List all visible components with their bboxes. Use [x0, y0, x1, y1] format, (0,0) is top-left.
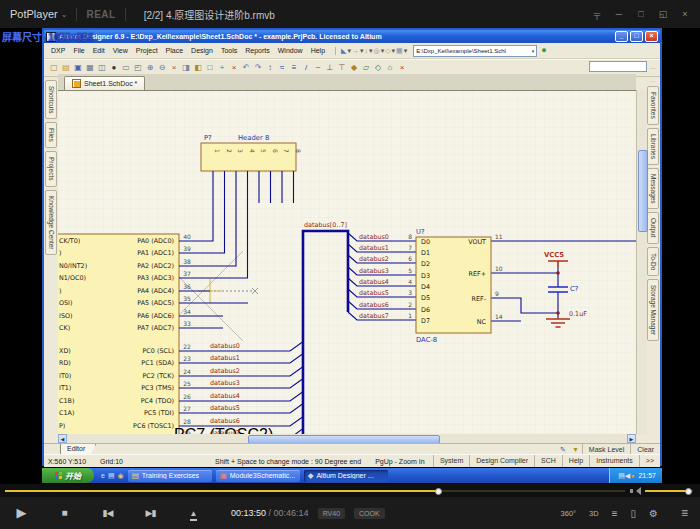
window-control-icon[interactable]: □	[630, 0, 652, 28]
left-panel-tab[interactable]: Shortcuts	[45, 80, 57, 119]
window-control-icon[interactable]: ◱	[652, 0, 674, 28]
menu-icon[interactable]: ≡	[681, 506, 688, 520]
vscroll-thumb[interactable]	[638, 150, 648, 232]
menu-item[interactable]: File	[69, 47, 88, 54]
altium-window-control-icon[interactable]: □	[630, 31, 643, 42]
volume-knob[interactable]	[685, 488, 692, 495]
toolbar-icon[interactable]: ~	[312, 62, 324, 74]
right-panel-tab[interactable]: Output	[647, 212, 659, 244]
chevron-down-icon[interactable]: ▾	[360, 47, 364, 55]
toolbar-icon[interactable]: ⊖	[156, 62, 168, 74]
speaker-icon[interactable]	[630, 487, 640, 495]
toolbar-icon[interactable]: ◰	[132, 62, 144, 74]
menu-item[interactable]: Project	[132, 47, 162, 54]
menu-tool-icon[interactable]: ◣	[341, 47, 346, 55]
toolbar-icon[interactable]: ▱	[360, 62, 372, 74]
menu-tool-icon[interactable]: →	[352, 47, 359, 54]
toolbar-icon[interactable]: ×	[396, 62, 408, 74]
vr-360-icon[interactable]: 360°	[561, 509, 577, 518]
toolbar-icon[interactable]: ▭	[120, 62, 132, 74]
pencil-icon[interactable]: ✎	[560, 446, 566, 454]
menu-tool-icon[interactable]: ▦	[396, 47, 403, 55]
video-area[interactable]: 屏幕尺寸: 1030×684 Altium Designer 6.9 - E:\…	[0, 28, 700, 484]
status-panel-button[interactable]: Help	[562, 455, 589, 467]
taskbar-task-training[interactable]: ▤ Training Exercises	[128, 470, 212, 482]
play-button[interactable]: ▶	[0, 497, 43, 529]
toolbar-icon[interactable]: ●	[108, 62, 120, 74]
toolbar-icon[interactable]: ⊥	[324, 62, 336, 74]
toolbar-icon[interactable]: ↷	[252, 62, 264, 74]
document-path-combo[interactable]: E:\Dxp_Keil\example\Sheet1.Schl ▾	[413, 45, 537, 57]
taskbar-task-altium[interactable]: ◆ Altium Designer ...	[304, 470, 388, 482]
stop-button[interactable]: ■	[43, 497, 86, 529]
left-panel-tab[interactable]: Projects	[45, 151, 57, 186]
toolbar-icon[interactable]: ≡	[288, 62, 300, 74]
chevron-down-icon[interactable]: ▾	[347, 47, 351, 55]
altium-window-control-icon[interactable]: ×	[645, 31, 658, 42]
toolbar-icon[interactable]: ▦	[84, 62, 96, 74]
right-panel-tab[interactable]: Storage Manager	[647, 279, 659, 341]
document-tab[interactable]: Sheet1.SchDoc *	[64, 76, 145, 90]
strip-grip[interactable]: …	[645, 77, 660, 83]
status-panel-button[interactable]: SCH	[534, 455, 562, 467]
next-button[interactable]: ▶▮	[129, 497, 172, 529]
toolbar-icon[interactable]: ◆	[348, 62, 360, 74]
window-control-icon[interactable]: ×	[674, 0, 696, 28]
left-panel-tab[interactable]: Knowledge Center	[45, 190, 57, 255]
right-panel-tab[interactable]: Messages	[647, 168, 659, 210]
altium-window-control-icon[interactable]: _	[615, 31, 628, 42]
start-button[interactable]: 开始	[42, 468, 94, 483]
potplayer-brand[interactable]: PotPlayer	[10, 8, 58, 20]
menu-item[interactable]: Reports	[241, 47, 274, 54]
right-panel-tab[interactable]: Libraries	[647, 128, 659, 165]
tray-icon[interactable]: ●	[630, 472, 634, 479]
settings-gear-icon[interactable]: ⚙	[649, 508, 658, 519]
menu-item[interactable]: Edit	[89, 47, 109, 54]
help-advisor-icon[interactable]: ●	[541, 46, 546, 55]
menu-item[interactable]: Place	[162, 47, 188, 54]
chevron-down-icon[interactable]: ▾	[392, 47, 396, 55]
menu-item[interactable]: Help	[307, 47, 329, 54]
menu-tool-icon[interactable]: ◇	[385, 47, 390, 55]
toolbar-icon[interactable]: +	[216, 62, 228, 74]
toolbar-more-icon[interactable]: …	[650, 64, 656, 70]
status-panel-button[interactable]: Instruments	[589, 455, 639, 467]
toolbar-icon[interactable]: ↕	[264, 62, 276, 74]
tray-icon[interactable]: ▤	[618, 472, 625, 479]
quick-launch-icon[interactable]: e	[101, 468, 105, 483]
menu-item[interactable]: View	[109, 47, 132, 54]
toolbar-icon[interactable]: ⌂	[384, 62, 396, 74]
volume-slider[interactable]	[645, 490, 693, 492]
toolbar-icon[interactable]: ×	[228, 62, 240, 74]
right-panel-tab[interactable]: Favorites	[647, 86, 659, 125]
seek-knob[interactable]	[435, 488, 442, 495]
right-panel-tab[interactable]: To-Do	[647, 247, 659, 276]
chevron-down-icon[interactable]: ▾	[404, 47, 408, 55]
status-panel-button[interactable]: Design Compiler	[469, 455, 534, 467]
toolbar-icon[interactable]: ◧	[192, 62, 204, 74]
toolbar-icon[interactable]: ◨	[180, 62, 192, 74]
chevron-down-icon[interactable]: ▾	[369, 47, 373, 55]
bus-net-label[interactable]: databus[0..7]	[304, 221, 347, 229]
seek-slider[interactable]	[5, 490, 625, 492]
toolbar-icon[interactable]: ⊕	[144, 62, 156, 74]
toolbar-icon[interactable]: ◇	[372, 62, 384, 74]
toolbar-icon[interactable]: ≈	[276, 62, 288, 74]
vertical-scrollbar[interactable]	[636, 90, 647, 434]
left-panel-tab[interactable]: Files	[45, 122, 57, 148]
status-panel-button[interactable]: >>	[639, 455, 660, 467]
toolbar-icon[interactable]: ▤	[60, 62, 72, 74]
menu-item[interactable]: Window	[274, 47, 307, 54]
chevron-down-icon[interactable]: ▾	[381, 47, 385, 55]
window-control-icon[interactable]: ─	[608, 0, 630, 28]
quick-launch-icon[interactable]: ▤	[108, 468, 115, 483]
menu-tool-icon[interactable]: ↓	[365, 47, 369, 54]
toolbar-icon[interactable]: ▣	[72, 62, 84, 74]
3d-icon[interactable]: 3D	[589, 509, 599, 518]
horizontal-scrollbar[interactable]: ◀ ▶	[58, 434, 636, 443]
brand-chevron-icon[interactable]: ⌄	[61, 10, 68, 19]
menu-item[interactable]: Tools	[217, 47, 241, 54]
toolbar-combo[interactable]	[589, 61, 647, 72]
status-panel-button[interactable]: System	[433, 455, 469, 467]
capture-device-icon[interactable]: ▯	[631, 508, 637, 519]
